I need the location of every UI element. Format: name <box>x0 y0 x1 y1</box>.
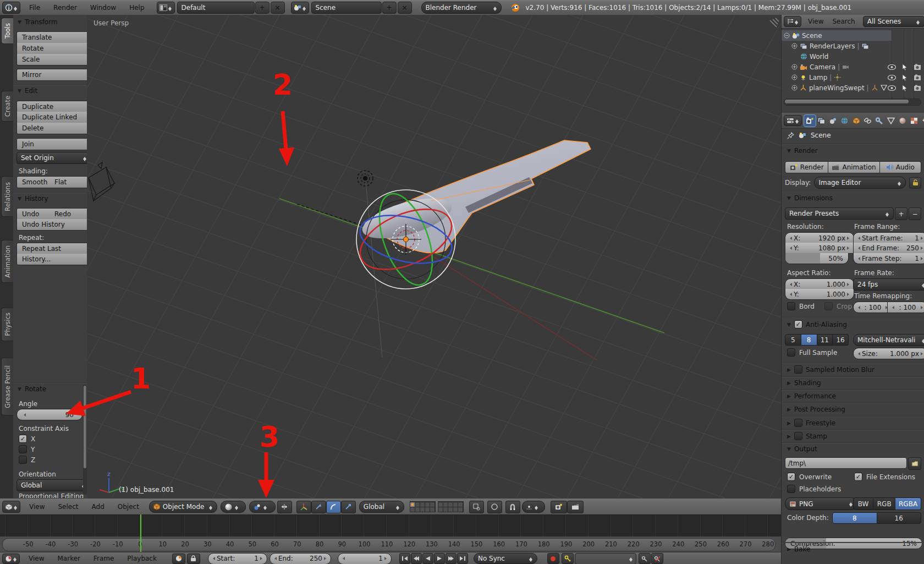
props-tab-constraints[interactable] <box>862 115 873 127</box>
preset-remove-button[interactable]: − <box>909 207 921 220</box>
props-tab-world[interactable] <box>839 115 850 127</box>
viewport-editor-type-button[interactable] <box>2 501 20 513</box>
stamp-checkbox[interactable] <box>794 432 802 440</box>
antialiasing-checkbox[interactable]: ✓ <box>794 320 802 328</box>
outliner-editor-type-button[interactable] <box>784 16 801 27</box>
output-path-field[interactable]: /tmp\ <box>785 457 907 469</box>
freestyle-checkbox[interactable] <box>794 419 802 427</box>
end-frame-field[interactable]: End: 250 <box>270 553 331 564</box>
translate-button[interactable]: Translate <box>16 31 87 43</box>
frame-step-field[interactable]: Frame Step:1 <box>853 253 924 264</box>
outliner-filter-dropdown[interactable]: All Scenes <box>863 16 924 27</box>
play-reverse-button[interactable] <box>422 553 433 564</box>
manipulator-rotate[interactable] <box>326 501 341 513</box>
mode-dropdown[interactable]: Object Mode <box>149 501 217 513</box>
render-restrict-icon[interactable] <box>914 74 921 80</box>
area-resize-handle[interactable] <box>770 18 779 27</box>
panel-header-motion-blur[interactable]: ▶ Sampled Motion Blur <box>787 365 875 374</box>
props-tab-data[interactable] <box>885 115 897 127</box>
scene-add-button[interactable]: + <box>382 2 397 14</box>
panel-header-history[interactable]: ▼ History <box>18 195 48 202</box>
snap-toggle[interactable] <box>505 501 520 513</box>
channel-rgb[interactable]: RGB <box>873 497 895 510</box>
checkbox-z[interactable] <box>19 456 27 464</box>
camera-object[interactable] <box>89 162 114 201</box>
set-origin-dropdown[interactable]: Set Origin <box>16 152 87 164</box>
pivot-align-toggle[interactable] <box>277 501 292 513</box>
layers-grid-1[interactable] <box>410 501 436 512</box>
border-row[interactable]: Bord <box>787 302 815 310</box>
tool-shelf-scrollbar[interactable] <box>83 385 87 495</box>
render-restrict-icon[interactable] <box>914 85 921 91</box>
crop-checkbox[interactable] <box>824 302 833 310</box>
file-extensions-checkbox[interactable]: ✓ <box>854 473 862 481</box>
aa-samples-11[interactable]: 11 <box>817 334 833 346</box>
delete-button[interactable]: Delete <box>16 123 87 134</box>
vp-menu-view[interactable]: View <box>23 503 51 511</box>
outliner-menu-view[interactable]: View <box>804 18 828 25</box>
preset-add-button[interactable]: + <box>895 207 908 220</box>
props-tab-particles[interactable] <box>920 115 924 127</box>
scene-icon-button[interactable] <box>291 2 309 14</box>
tab-animation[interactable]: Animation <box>1 240 13 283</box>
outliner-item-lamp[interactable]: Lamp | <box>782 72 924 83</box>
expand-icon[interactable] <box>791 85 798 91</box>
cursor-select-icon[interactable] <box>902 63 908 70</box>
aa-filter-dropdown[interactable]: Mitchell-Netravali <box>853 334 924 346</box>
jump-to-start-button[interactable] <box>399 553 410 564</box>
aspect-y-field[interactable]: Y:1.000 <box>785 289 854 300</box>
render-restrict-icon[interactable] <box>914 64 921 70</box>
aa-samples-16[interactable]: 16 <box>833 334 849 346</box>
cursor-select-icon[interactable] <box>902 84 908 91</box>
depth-16[interactable]: 16 <box>877 512 922 524</box>
start-frame-field[interactable]: Start: 1 <box>208 553 267 564</box>
history-menu-button[interactable]: History... <box>16 254 87 265</box>
panel-header-dimensions[interactable]: ▼ Dimensions <box>787 194 833 202</box>
resolution-y-field[interactable]: Y:1080 px <box>785 243 854 254</box>
border-checkbox[interactable] <box>787 302 795 310</box>
eye-icon[interactable] <box>888 75 896 80</box>
props-tab-render[interactable] <box>804 115 816 127</box>
constraint-x-row[interactable]: ✓ X <box>19 435 35 443</box>
prev-keyframe-button[interactable] <box>411 553 422 564</box>
panel-header-antialiasing[interactable]: ▼ ✓ Anti-Aliasing <box>787 320 847 328</box>
aa-samples-8-selected[interactable]: 8 <box>801 334 817 346</box>
props-tab-render-layers[interactable] <box>816 115 827 127</box>
panel-header-post-processing[interactable]: ▶ Post Processing <box>787 406 845 413</box>
channel-bw[interactable]: BW <box>853 497 873 510</box>
manipulator-translate[interactable] <box>311 501 326 513</box>
collapse-icon[interactable] <box>784 32 790 39</box>
insert-keyframe-button[interactable] <box>639 553 651 564</box>
depth-8-selected[interactable]: 8 <box>832 512 877 524</box>
proportional-edit-toggle[interactable] <box>487 501 502 513</box>
menu-window[interactable]: Window <box>84 4 123 12</box>
overwrite-checkbox[interactable]: ✓ <box>787 473 795 481</box>
manipulator-toggle[interactable] <box>296 501 311 513</box>
timeline-scroller[interactable]: -50-40-30-20-100102030405060708090100110… <box>2 538 776 551</box>
pin-icon[interactable] <box>787 132 794 139</box>
sync-dropdown[interactable]: No Sync <box>474 553 537 564</box>
properties-editor-type-button[interactable] <box>784 115 802 126</box>
repeat-last-button[interactable]: Repeat Last <box>16 243 87 255</box>
panel-header-rotate[interactable]: ▼ Rotate <box>18 385 46 393</box>
keying-set-button[interactable] <box>562 553 574 564</box>
placeholders-row[interactable]: Placeholders <box>787 485 841 493</box>
menu-help[interactable]: Help <box>123 4 151 12</box>
auto-keyframe-toggle[interactable] <box>547 553 559 564</box>
play-button[interactable] <box>434 553 445 564</box>
crop-row[interactable]: Crop <box>824 302 852 310</box>
panel-header-render[interactable]: ▼ Render <box>787 147 818 155</box>
outliner-hscrollbar[interactable] <box>784 98 921 106</box>
aa-size-field[interactable]: Size:1.000 px <box>853 348 924 359</box>
panel-header-bake[interactable]: ▶ Bake <box>787 545 810 553</box>
panel-header-freestyle[interactable]: ▶ Freestyle <box>787 419 835 427</box>
opengl-render-button[interactable] <box>551 501 567 513</box>
expand-icon[interactable] <box>791 74 798 80</box>
display-dropdown[interactable]: Image Editor <box>814 177 906 189</box>
layout-close-button[interactable]: × <box>271 2 285 14</box>
outliner-item-world[interactable]: World <box>782 51 924 62</box>
transform-orientation-dropdown[interactable]: Global <box>359 501 404 513</box>
lock-range-toggle[interactable] <box>187 554 200 564</box>
full-sample-row[interactable]: Full Sample <box>787 348 837 357</box>
viewport-3d[interactable]: z y User Persp (1) obj_base.001 <box>87 15 781 498</box>
